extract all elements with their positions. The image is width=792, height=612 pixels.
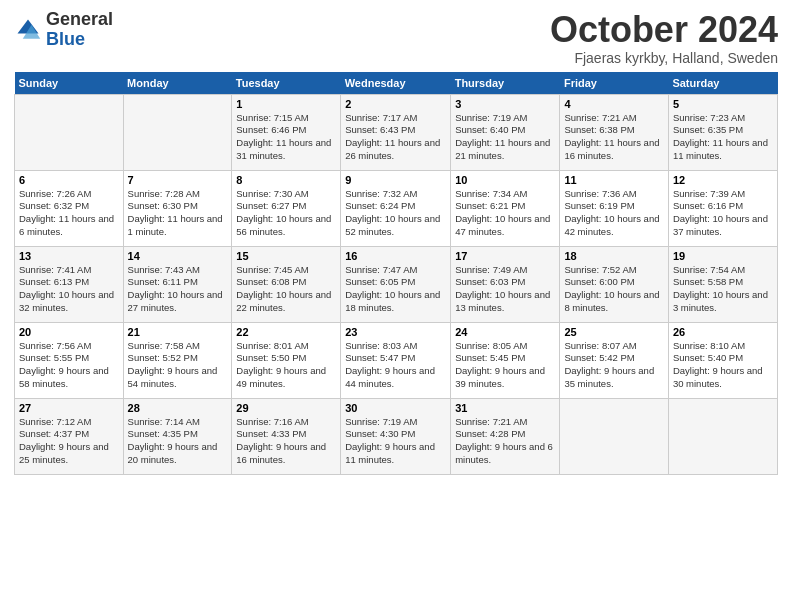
calendar-cell: 18 Sunrise: 7:52 AMSunset: 6:00 PMDaylig… <box>560 246 668 322</box>
day-number: 31 <box>455 402 555 414</box>
day-info: Sunrise: 8:01 AMSunset: 5:50 PMDaylight:… <box>236 340 326 389</box>
calendar-cell <box>123 94 232 170</box>
day-info: Sunrise: 7:14 AMSunset: 4:35 PMDaylight:… <box>128 416 218 465</box>
day-info: Sunrise: 7:28 AMSunset: 6:30 PMDaylight:… <box>128 188 223 237</box>
calendar-cell: 9 Sunrise: 7:32 AMSunset: 6:24 PMDayligh… <box>341 170 451 246</box>
day-info: Sunrise: 8:10 AMSunset: 5:40 PMDaylight:… <box>673 340 763 389</box>
day-info: Sunrise: 7:56 AMSunset: 5:55 PMDaylight:… <box>19 340 109 389</box>
week-row-3: 20 Sunrise: 7:56 AMSunset: 5:55 PMDaylig… <box>15 322 778 398</box>
day-info: Sunrise: 7:21 AMSunset: 4:28 PMDaylight:… <box>455 416 553 465</box>
week-row-2: 13 Sunrise: 7:41 AMSunset: 6:13 PMDaylig… <box>15 246 778 322</box>
week-row-0: 1 Sunrise: 7:15 AMSunset: 6:46 PMDayligh… <box>15 94 778 170</box>
day-info: Sunrise: 7:49 AMSunset: 6:03 PMDaylight:… <box>455 264 550 313</box>
day-number: 29 <box>236 402 336 414</box>
day-number: 15 <box>236 250 336 262</box>
day-number: 4 <box>564 98 663 110</box>
day-info: Sunrise: 7:21 AMSunset: 6:38 PMDaylight:… <box>564 112 659 161</box>
day-number: 6 <box>19 174 119 186</box>
calendar-cell: 14 Sunrise: 7:43 AMSunset: 6:11 PMDaylig… <box>123 246 232 322</box>
calendar-cell: 31 Sunrise: 7:21 AMSunset: 4:28 PMDaylig… <box>451 398 560 474</box>
day-number: 23 <box>345 326 446 338</box>
weekday-header-monday: Monday <box>123 72 232 95</box>
calendar-cell: 24 Sunrise: 8:05 AMSunset: 5:45 PMDaylig… <box>451 322 560 398</box>
day-info: Sunrise: 7:54 AMSunset: 5:58 PMDaylight:… <box>673 264 768 313</box>
calendar-cell: 25 Sunrise: 8:07 AMSunset: 5:42 PMDaylig… <box>560 322 668 398</box>
weekday-header-wednesday: Wednesday <box>341 72 451 95</box>
calendar-cell: 19 Sunrise: 7:54 AMSunset: 5:58 PMDaylig… <box>668 246 777 322</box>
weekday-header-saturday: Saturday <box>668 72 777 95</box>
day-info: Sunrise: 8:05 AMSunset: 5:45 PMDaylight:… <box>455 340 545 389</box>
calendar-page: General Blue October 2024 Fjaeras kyrkby… <box>0 0 792 485</box>
day-number: 10 <box>455 174 555 186</box>
day-number: 19 <box>673 250 773 262</box>
calendar-cell: 7 Sunrise: 7:28 AMSunset: 6:30 PMDayligh… <box>123 170 232 246</box>
logo-icon <box>14 16 42 44</box>
calendar-table: SundayMondayTuesdayWednesdayThursdayFrid… <box>14 72 778 475</box>
day-info: Sunrise: 7:16 AMSunset: 4:33 PMDaylight:… <box>236 416 326 465</box>
weekday-header-sunday: Sunday <box>15 72 124 95</box>
calendar-cell: 13 Sunrise: 7:41 AMSunset: 6:13 PMDaylig… <box>15 246 124 322</box>
day-info: Sunrise: 7:19 AMSunset: 6:40 PMDaylight:… <box>455 112 550 161</box>
day-info: Sunrise: 7:15 AMSunset: 6:46 PMDaylight:… <box>236 112 331 161</box>
day-number: 27 <box>19 402 119 414</box>
calendar-cell: 11 Sunrise: 7:36 AMSunset: 6:19 PMDaylig… <box>560 170 668 246</box>
day-info: Sunrise: 7:36 AMSunset: 6:19 PMDaylight:… <box>564 188 659 237</box>
day-info: Sunrise: 7:12 AMSunset: 4:37 PMDaylight:… <box>19 416 109 465</box>
calendar-cell: 8 Sunrise: 7:30 AMSunset: 6:27 PMDayligh… <box>232 170 341 246</box>
day-number: 14 <box>128 250 228 262</box>
calendar-cell: 5 Sunrise: 7:23 AMSunset: 6:35 PMDayligh… <box>668 94 777 170</box>
day-info: Sunrise: 8:07 AMSunset: 5:42 PMDaylight:… <box>564 340 654 389</box>
day-number: 8 <box>236 174 336 186</box>
day-info: Sunrise: 7:19 AMSunset: 4:30 PMDaylight:… <box>345 416 435 465</box>
calendar-cell: 15 Sunrise: 7:45 AMSunset: 6:08 PMDaylig… <box>232 246 341 322</box>
logo-blue: Blue <box>46 29 85 49</box>
day-number: 21 <box>128 326 228 338</box>
day-info: Sunrise: 7:32 AMSunset: 6:24 PMDaylight:… <box>345 188 440 237</box>
calendar-cell: 10 Sunrise: 7:34 AMSunset: 6:21 PMDaylig… <box>451 170 560 246</box>
calendar-cell: 22 Sunrise: 8:01 AMSunset: 5:50 PMDaylig… <box>232 322 341 398</box>
day-number: 2 <box>345 98 446 110</box>
day-info: Sunrise: 7:30 AMSunset: 6:27 PMDaylight:… <box>236 188 331 237</box>
day-info: Sunrise: 7:52 AMSunset: 6:00 PMDaylight:… <box>564 264 659 313</box>
day-info: Sunrise: 7:41 AMSunset: 6:13 PMDaylight:… <box>19 264 114 313</box>
day-info: Sunrise: 7:23 AMSunset: 6:35 PMDaylight:… <box>673 112 768 161</box>
calendar-cell: 29 Sunrise: 7:16 AMSunset: 4:33 PMDaylig… <box>232 398 341 474</box>
day-number: 22 <box>236 326 336 338</box>
day-number: 5 <box>673 98 773 110</box>
location: Fjaeras kyrkby, Halland, Sweden <box>550 50 778 66</box>
calendar-cell <box>560 398 668 474</box>
day-info: Sunrise: 8:03 AMSunset: 5:47 PMDaylight:… <box>345 340 435 389</box>
header: General Blue October 2024 Fjaeras kyrkby… <box>14 10 778 66</box>
day-number: 26 <box>673 326 773 338</box>
day-info: Sunrise: 7:47 AMSunset: 6:05 PMDaylight:… <box>345 264 440 313</box>
calendar-cell: 21 Sunrise: 7:58 AMSunset: 5:52 PMDaylig… <box>123 322 232 398</box>
calendar-cell: 26 Sunrise: 8:10 AMSunset: 5:40 PMDaylig… <box>668 322 777 398</box>
logo-general: General <box>46 9 113 29</box>
calendar-cell: 20 Sunrise: 7:56 AMSunset: 5:55 PMDaylig… <box>15 322 124 398</box>
weekday-header-tuesday: Tuesday <box>232 72 341 95</box>
logo-text: General Blue <box>46 10 113 50</box>
day-info: Sunrise: 7:58 AMSunset: 5:52 PMDaylight:… <box>128 340 218 389</box>
weekday-header-row: SundayMondayTuesdayWednesdayThursdayFrid… <box>15 72 778 95</box>
week-row-1: 6 Sunrise: 7:26 AMSunset: 6:32 PMDayligh… <box>15 170 778 246</box>
calendar-cell: 16 Sunrise: 7:47 AMSunset: 6:05 PMDaylig… <box>341 246 451 322</box>
calendar-cell <box>668 398 777 474</box>
day-number: 11 <box>564 174 663 186</box>
calendar-cell: 1 Sunrise: 7:15 AMSunset: 6:46 PMDayligh… <box>232 94 341 170</box>
calendar-cell: 6 Sunrise: 7:26 AMSunset: 6:32 PMDayligh… <box>15 170 124 246</box>
weekday-header-friday: Friday <box>560 72 668 95</box>
day-number: 18 <box>564 250 663 262</box>
logo: General Blue <box>14 10 113 50</box>
title-area: October 2024 Fjaeras kyrkby, Halland, Sw… <box>550 10 778 66</box>
calendar-cell <box>15 94 124 170</box>
day-number: 28 <box>128 402 228 414</box>
day-info: Sunrise: 7:34 AMSunset: 6:21 PMDaylight:… <box>455 188 550 237</box>
day-number: 17 <box>455 250 555 262</box>
day-number: 16 <box>345 250 446 262</box>
day-number: 1 <box>236 98 336 110</box>
day-number: 24 <box>455 326 555 338</box>
day-number: 9 <box>345 174 446 186</box>
day-number: 7 <box>128 174 228 186</box>
weekday-header-thursday: Thursday <box>451 72 560 95</box>
calendar-cell: 27 Sunrise: 7:12 AMSunset: 4:37 PMDaylig… <box>15 398 124 474</box>
